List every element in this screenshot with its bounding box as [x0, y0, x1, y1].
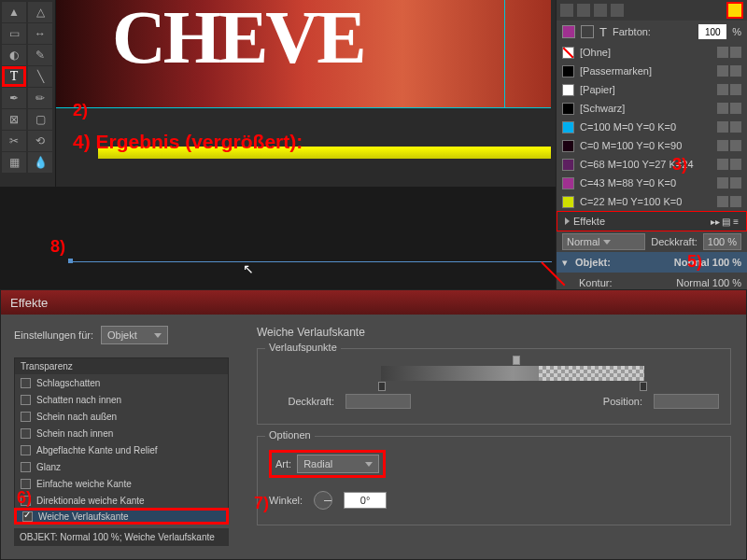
swatch-mode-icon [730, 159, 741, 170]
transform-tool[interactable]: ⟲ [28, 131, 52, 151]
swatch-row[interactable]: C=0 M=100 Y=0 K=90 [557, 136, 747, 155]
panel-icon-bar [557, 0, 747, 21]
gradient-stop[interactable] [640, 382, 647, 391]
stroke-proxy[interactable] [581, 25, 594, 38]
swatch-type-icon [717, 159, 728, 170]
swatch-row[interactable]: C=43 M=88 Y=0 K=0 [557, 174, 747, 192]
effect-list-item[interactable]: Einfache weiche Kante [15, 475, 228, 492]
list-header[interactable]: Transparenz [15, 358, 228, 374]
angle-input[interactable] [344, 492, 387, 509]
type-value: Radial [303, 458, 332, 469]
swatch-name: [Papier] [580, 84, 712, 95]
pen-tool[interactable]: ✒ [2, 88, 26, 108]
settings-for-value: Objekt [107, 329, 137, 341]
effect-checkbox[interactable] [21, 412, 31, 422]
effect-checkbox[interactable] [21, 462, 31, 472]
effects-panel-header[interactable]: Effekte ▸▸ ▤ ≡ [557, 211, 747, 231]
type-select[interactable]: Radial [297, 455, 379, 473]
swatch-mode-icon [730, 140, 741, 151]
swatch-type-icon [717, 65, 728, 77]
position-field-label: Position: [577, 396, 642, 407]
gradient-tool[interactable]: ▦ [2, 152, 26, 173]
scissors-tool[interactable]: ✂ [2, 131, 26, 151]
effect-list-item[interactable]: Glanz [15, 458, 228, 475]
guide-horizontal[interactable] [56, 107, 551, 108]
angle-dial[interactable] [314, 491, 332, 510]
fill-proxy[interactable] [562, 25, 575, 38]
selection-handle[interactable] [68, 259, 73, 263]
type-on-path-tool[interactable]: ✎ [28, 45, 52, 65]
annotation-5: 5) [687, 252, 702, 272]
effect-list-item[interactable]: Direktionale weiche Kante [15, 492, 228, 509]
document-canvas[interactable]: CHEVE [56, 0, 551, 107]
effects-panel-title: Effekte [573, 216, 605, 227]
gap-tool[interactable]: ↔ [28, 23, 52, 44]
swatch-row[interactable]: [Ohne] [557, 43, 747, 62]
annotation-7: 7) [254, 494, 269, 513]
panel-icon[interactable] [560, 4, 573, 17]
swatch-row[interactable]: [Schwarz] [557, 99, 747, 118]
angle-label: Winkel: [269, 495, 303, 506]
effect-list-item[interactable]: Abgeflachte Kante und Relief [15, 441, 228, 458]
new-swatch-button[interactable] [726, 2, 743, 19]
swatch-row[interactable]: [Passermarken] [557, 62, 747, 80]
swatch-row[interactable]: [Papier] [557, 80, 747, 99]
settings-for-select[interactable]: Objekt [101, 326, 168, 344]
panel-icon[interactable] [594, 4, 607, 17]
eyedropper-tool[interactable]: 💧 [28, 152, 52, 173]
effect-name: Weiche Verlaufskante [38, 511, 129, 522]
target-value: Normal 100 % [674, 257, 741, 268]
gradient-midpoint[interactable] [513, 356, 520, 365]
rect-tool[interactable]: ▢ [28, 109, 52, 130]
effect-checkbox[interactable] [21, 395, 31, 405]
blend-mode-select[interactable]: Normal [562, 233, 645, 250]
swatch-row[interactable]: C=22 M=0 Y=100 K=0 [557, 192, 747, 211]
dialog-titlebar[interactable]: Effekte [1, 290, 746, 315]
swatch-row[interactable]: C=68 M=100 Y=27 K=24 [557, 155, 747, 174]
opacity-field[interactable] [345, 394, 411, 409]
selected-object-bounds[interactable] [68, 261, 552, 262]
content-tool[interactable]: ◐ [2, 45, 26, 65]
panel-icon[interactable] [611, 4, 624, 17]
effect-list-item[interactable]: Schlagschatten [15, 374, 228, 391]
tint-label: Farbton: [613, 26, 693, 37]
effect-list-item[interactable]: Schein nach innen [15, 425, 228, 441]
effect-checkbox[interactable] [21, 445, 31, 455]
type-tool[interactable]: T [2, 66, 26, 87]
effect-list-item[interactable]: Schein nach außen [15, 408, 228, 425]
selection-tool[interactable]: ▲ [2, 2, 26, 22]
dialog-status: OBJEKT: Normal 100 %; Weiche Verlaufskan… [14, 528, 229, 546]
guide-vertical[interactable] [504, 0, 505, 107]
effect-checkbox[interactable] [21, 479, 31, 489]
line-tool[interactable]: ╲ [28, 66, 52, 87]
right-pane-title: Weiche Verlaufskante [257, 326, 731, 339]
type-select-highlight: Art: Radial [269, 450, 386, 478]
page-tool[interactable]: ▭ [2, 23, 26, 44]
disclosure-icon [565, 217, 570, 225]
effect-checkbox[interactable] [22, 511, 33, 522]
effect-list-item[interactable]: Weiche Verlaufskante [14, 508, 229, 525]
position-field[interactable] [654, 394, 719, 409]
tint-input[interactable] [698, 24, 726, 39]
effect-list-item[interactable]: Schatten nach innen [15, 391, 228, 408]
effect-name: Direktionale weiche Kante [36, 496, 145, 506]
gradient-stop[interactable] [378, 382, 386, 391]
effect-name: Schein nach innen [36, 428, 113, 439]
opacity-label: Deckkraft: [651, 236, 698, 247]
effect-checkbox[interactable] [21, 428, 31, 439]
target-object-row[interactable]: ▾ Objekt: Normal 100 % [557, 252, 747, 273]
swatch-color-icon [562, 177, 574, 189]
pencil-tool[interactable]: ✏ [28, 88, 52, 108]
type-proxy-icon[interactable]: T [599, 25, 607, 39]
opacity-field-label: Deckkraft: [269, 396, 334, 407]
opacity-input[interactable]: 100 % [703, 233, 741, 250]
rect-frame-tool[interactable]: ⊠ [2, 109, 26, 130]
gradient-ramp[interactable] [381, 366, 644, 381]
annotation-6: 6) [17, 488, 32, 508]
swatch-name: [Passermarken] [580, 65, 712, 77]
direct-select-tool[interactable]: △ [28, 2, 52, 22]
effect-checkbox[interactable] [21, 378, 31, 388]
canvas-headline: CHEVE [56, 0, 551, 75]
panel-icon[interactable] [577, 4, 590, 17]
swatch-row[interactable]: C=100 M=0 Y=0 K=0 [557, 118, 747, 136]
